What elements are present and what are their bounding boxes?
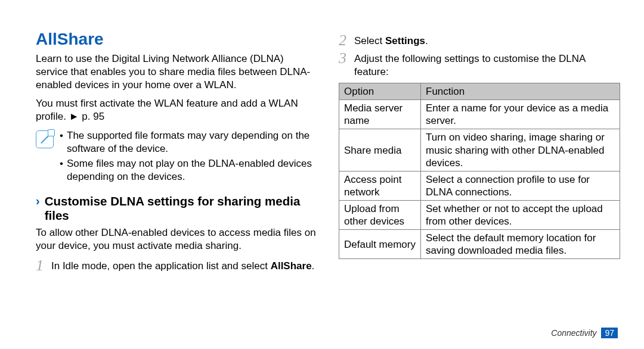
option-cell: Media server name: [339, 100, 421, 129]
manual-page: AllShare Learn to use the Digital Living…: [0, 0, 644, 349]
step-text: In Idle mode, open the application list …: [51, 260, 271, 272]
intro-paragraph-1: Learn to use the Digital Living Network …: [36, 52, 317, 91]
option-cell: Default memory: [339, 230, 421, 259]
sub-heading: Customise DLNA settings for sharing medi…: [45, 194, 317, 223]
function-cell: Enter a name for your device as a media …: [421, 100, 620, 129]
option-cell: Share media: [339, 129, 421, 171]
table-row: Upload from other devices Set whether or…: [339, 200, 620, 229]
sub-intro-paragraph: To allow other DLNA-enabled devices to a…: [36, 226, 317, 253]
arrow-icon: ►: [69, 111, 79, 122]
note-list: The supported file formats may vary depe…: [60, 129, 317, 186]
crossref-page: p. 95: [82, 111, 104, 122]
step-body: Adjust the following settings to customi…: [354, 51, 620, 79]
step-text: Select: [354, 35, 385, 46]
option-cell: Upload from other devices: [339, 200, 421, 229]
table-row: Media server name Enter a name for your …: [339, 100, 620, 129]
step-number: 3: [339, 51, 354, 65]
step-body: In Idle mode, open the application list …: [51, 258, 314, 273]
note-box: The supported file formats may vary depe…: [36, 129, 317, 186]
step-suffix: .: [425, 35, 428, 46]
table-header-function: Function: [421, 83, 620, 100]
footer-section-name: Connectivity: [551, 328, 596, 338]
step-1: 1 In Idle mode, open the application lis…: [36, 258, 317, 273]
page-footer: Connectivity 97: [551, 328, 618, 338]
note-item: Some files may not play on the DLNA-enab…: [60, 157, 317, 183]
function-cell: Select a connection profile to use for D…: [421, 171, 620, 200]
chevron-right-icon: ›: [36, 194, 40, 208]
function-cell: Turn on video sharing, image sharing or …: [421, 129, 620, 171]
step-number: 1: [36, 258, 51, 272]
table-header-option: Option: [339, 83, 421, 100]
note-icon: [36, 130, 54, 148]
option-cell: Access point network: [339, 171, 421, 200]
left-column: AllShare Learn to use the Digital Living…: [36, 30, 317, 349]
footer-page-number: 97: [601, 328, 618, 338]
step-number: 2: [339, 33, 354, 47]
table-header-row: Option Function: [339, 83, 620, 100]
function-cell: Set whether or not to accept the upload …: [421, 200, 620, 229]
cross-reference: ► p. 95: [69, 111, 104, 122]
table-row: Default memory Select the default memory…: [339, 230, 620, 259]
table-row: Share media Turn on video sharing, image…: [339, 129, 620, 171]
step-suffix: .: [312, 260, 315, 272]
step-2: 2 Select Settings.: [339, 33, 620, 48]
step-body: Select Settings.: [354, 33, 428, 48]
options-table: Option Function Media server name Enter …: [339, 83, 620, 259]
sub-heading-row: › Customise DLNA settings for sharing me…: [36, 194, 317, 223]
step-bold: Settings: [385, 35, 425, 46]
right-column: 2 Select Settings. 3 Adjust the followin…: [339, 30, 620, 349]
section-heading: AllShare: [36, 30, 317, 49]
function-cell: Select the default memory location for s…: [421, 230, 620, 259]
step-bold: AllShare: [271, 260, 312, 272]
step-3: 3 Adjust the following settings to custo…: [339, 51, 620, 79]
note-item: The supported file formats may vary depe…: [60, 129, 317, 155]
intro-paragraph-2: You must first activate the WLAN feature…: [36, 97, 317, 123]
table-row: Access point network Select a connection…: [339, 171, 620, 200]
